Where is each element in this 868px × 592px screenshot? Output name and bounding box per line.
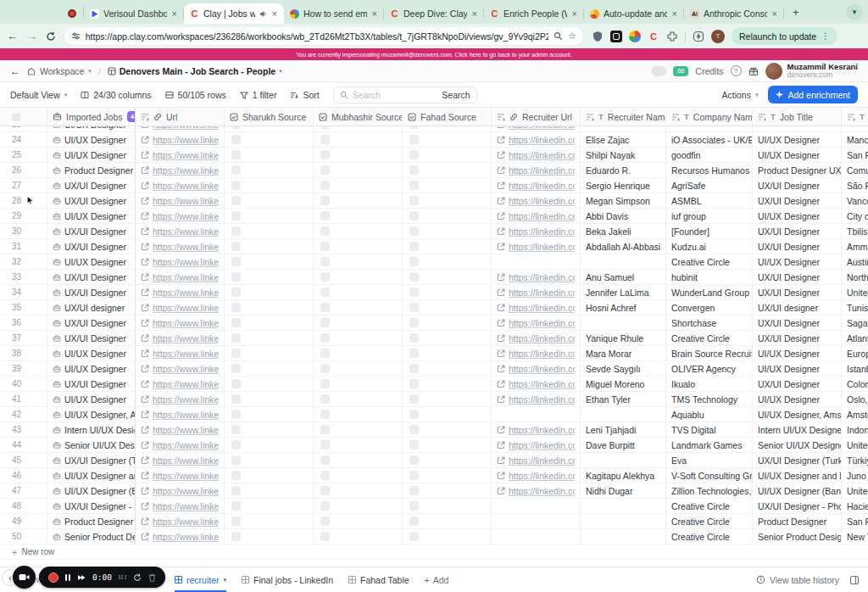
checkbox[interactable] (409, 394, 419, 404)
add-table-button[interactable]: + Add (425, 575, 449, 585)
actions-menu[interactable]: Actions▾ (722, 90, 759, 100)
cell-recruiter-name[interactable] (581, 126, 666, 131)
checkbox[interactable] (320, 517, 330, 526)
cell-url[interactable]: https://www.linkedin.c... (136, 407, 225, 422)
table-row[interactable]: 27UX/UI Designerhttps://www.linkedin.c..… (0, 178, 868, 193)
cell-job-title[interactable]: Senior UI/UX Designer (753, 438, 842, 452)
tab-search-chevron-icon[interactable]: ▾ (846, 3, 863, 20)
privacy-extension-icon[interactable] (592, 31, 604, 42)
trash-icon[interactable] (148, 573, 156, 582)
cell-recruiter-name[interactable]: Mara Morar (581, 346, 666, 360)
checkbox[interactable] (320, 150, 330, 159)
cell-company-name[interactable]: TVS Digital (666, 422, 753, 437)
checkbox[interactable] (231, 425, 241, 434)
select-all-header[interactable] (0, 108, 47, 126)
checkbox[interactable] (320, 532, 330, 541)
cell-location[interactable]: Vancou (842, 193, 868, 208)
app-back-icon[interactable]: ← (10, 65, 20, 77)
tab-audio-icon[interactable] (259, 10, 267, 18)
cell-mubhashir-source[interactable] (314, 361, 403, 376)
cell-imported-job[interactable]: UX/UI Designer (47, 224, 136, 238)
cell-url[interactable]: https://www.linkedin.c... (136, 126, 225, 131)
cell-sharukh-source[interactable] (225, 529, 314, 544)
cell-location[interactable]: City of C (842, 209, 868, 223)
cell-job-title[interactable]: UX/UI designer (753, 300, 842, 315)
cell-sharukh-source[interactable] (225, 148, 314, 162)
checkbox[interactable] (231, 333, 241, 343)
workbook-title-menu[interactable]: Denovers Main - Job Search - People ▾ (108, 66, 282, 76)
cell-job-title[interactable]: UI/UX Designer and Devel... (753, 468, 842, 483)
cell-location[interactable]: Oslo, No (842, 392, 868, 406)
cell-job-title[interactable]: UX/UI Designer (753, 239, 842, 254)
column-header-job-title[interactable]: T Job Title (753, 108, 842, 126)
table-row[interactable]: 35UX/UI designerhttps://www.linkedin.c..… (0, 300, 868, 316)
browser-menu-icon[interactable]: ⋮ (821, 31, 830, 41)
cell-company-name[interactable]: Kudzu.ai (666, 239, 753, 254)
cell-fahad-source[interactable] (403, 422, 492, 437)
checkbox[interactable] (409, 379, 419, 388)
checkbox[interactable] (320, 333, 330, 343)
cell-recruiter-url[interactable]: https://linkedin.com/in/... (492, 392, 581, 406)
columns-button[interactable]: 24/30 columns (81, 90, 151, 100)
cell-url[interactable]: https://www.linkedin.c... (136, 163, 225, 177)
cell-url[interactable]: https://www.linkedin.c... (136, 468, 225, 483)
cell-job-title[interactable]: UX/UI Designer (753, 178, 842, 193)
extension-pinwheel-icon[interactable] (629, 31, 641, 42)
cell-fahad-source[interactable] (403, 193, 492, 208)
cell-imported-job[interactable]: UI/UX Designer (47, 392, 136, 406)
cell-mubhashir-source[interactable] (314, 178, 403, 193)
checkbox[interactable] (231, 181, 241, 190)
cell-imported-job[interactable]: Intern UI/UX Designer (47, 422, 136, 437)
cell-imported-job[interactable]: UX/UI Designer - Pho... (47, 499, 136, 513)
checkbox[interactable] (231, 532, 241, 541)
table-row[interactable]: 49Product Designerhttps://www.linkedin.c… (0, 514, 868, 529)
checkbox[interactable] (409, 333, 419, 343)
checkbox[interactable] (320, 211, 330, 221)
cell-recruiter-url[interactable]: https://linkedin.com/in/... (492, 438, 581, 452)
gift-icon[interactable] (748, 66, 759, 76)
cell-mubhashir-source[interactable] (314, 514, 403, 528)
cell-location[interactable]: United K (842, 438, 868, 452)
cell-imported-job[interactable]: Product Designer UX ... (47, 163, 136, 177)
cell-imported-job[interactable]: UI/UX Designer, Amst... (47, 407, 136, 422)
cell-fahad-source[interactable] (403, 331, 492, 345)
cell-mubhashir-source[interactable] (314, 468, 403, 483)
cell-location[interactable]: Europea (842, 346, 868, 360)
cell-fahad-source[interactable] (403, 514, 492, 528)
table-row[interactable]: 42UI/UX Designer, Amst...https://www.lin… (0, 407, 868, 422)
checkbox[interactable] (409, 126, 419, 129)
cell-company-name[interactable]: Landmark Games (666, 438, 753, 452)
cell-url[interactable]: https://www.linkedin.c... (136, 209, 225, 223)
checkbox[interactable] (320, 226, 330, 236)
cell-location[interactable]: Juno Be (842, 468, 868, 483)
cell-sharukh-source[interactable] (225, 209, 314, 223)
cell-job-title[interactable] (753, 126, 842, 131)
cell-fahad-source[interactable] (403, 529, 492, 544)
cell-company-name[interactable]: Ikualo (666, 377, 753, 391)
cell-imported-job[interactable]: UX/UI Designer (47, 316, 136, 330)
cell-url[interactable]: https://www.linkedin.c... (136, 529, 225, 544)
cell-url[interactable]: https://www.linkedin.c... (136, 453, 225, 467)
cell-job-title[interactable]: UX/UI Designer (Turkiye) (753, 453, 842, 467)
cell-imported-job[interactable]: UI/UX Designer (47, 254, 136, 269)
cell-job-title[interactable]: UX/UI Designer (753, 316, 842, 330)
cell-recruiter-name[interactable] (581, 453, 666, 467)
table-row[interactable]: 28UX/UI Designerhttps://www.linkedin.c..… (0, 193, 868, 209)
checkbox[interactable] (231, 471, 241, 480)
cell-recruiter-url[interactable]: https://linkedin.com/in/... (492, 239, 581, 254)
workspace-menu[interactable]: Workspace ▾ (27, 66, 92, 76)
cell-mubhashir-source[interactable] (314, 453, 403, 467)
cell-fahad-source[interactable] (403, 178, 492, 193)
cell-imported-job[interactable]: UX/UI Designer (47, 270, 136, 284)
cell-sharukh-source[interactable] (225, 239, 314, 254)
cell-company-name[interactable]: OLIVER Agency (666, 361, 753, 376)
column-header-sharukh-source[interactable]: Sharukh Source (225, 108, 314, 126)
table-row[interactable]: 34UX/UI Designerhttps://www.linkedin.c..… (0, 285, 868, 300)
cell-company-name[interactable]: Creative Circle (666, 331, 753, 345)
cell-sharukh-source[interactable] (225, 178, 314, 193)
cell-sharukh-source[interactable] (225, 270, 314, 284)
cell-recruiter-name[interactable] (581, 254, 666, 269)
cell-company-name[interactable]: Creative Circle (666, 499, 753, 513)
cell-company-name[interactable]: goodfin (666, 148, 753, 162)
chat-bubble-icon[interactable] (651, 66, 666, 76)
